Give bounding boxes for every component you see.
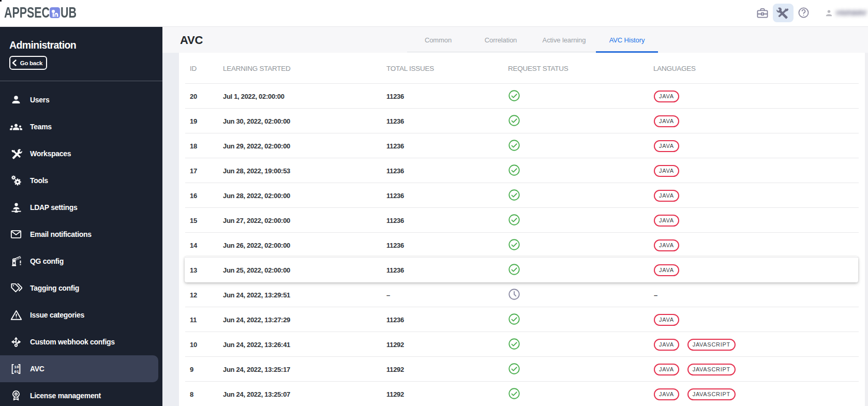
svg-text:01: 01 xyxy=(14,369,19,373)
